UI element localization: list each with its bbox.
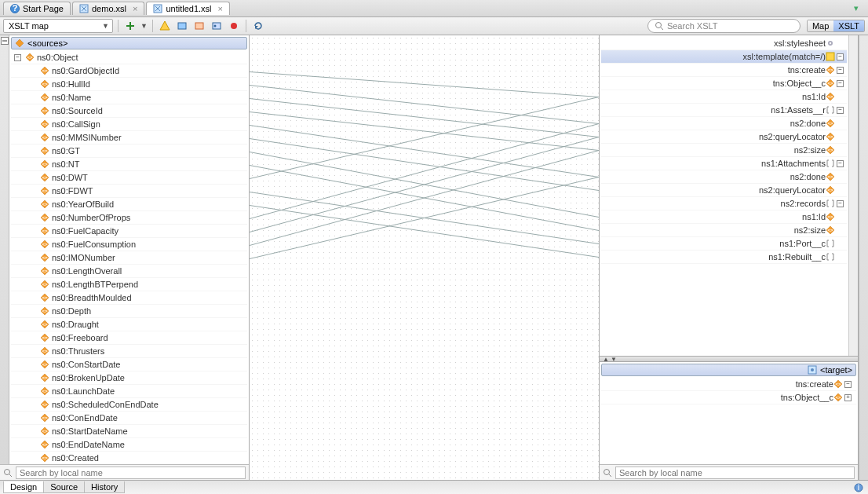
- apply-button[interactable]: [175, 19, 189, 33]
- view-combo[interactable]: XSLT map ▼: [3, 19, 113, 33]
- tree-row[interactable]: −ns2:records: [601, 197, 847, 210]
- tree-row[interactable]: <>ns0:GardObjectId: [11, 64, 247, 78]
- svg-text:<>: <>: [42, 402, 48, 407]
- tree-row[interactable]: <>ns0:Thrusters: [11, 345, 247, 358]
- tree-row[interactable]: <>ns0:YearOfBuild: [11, 198, 247, 211]
- tree-toggle[interactable]: −: [837, 53, 844, 60]
- collapse-icon[interactable]: [1, 37, 9, 45]
- tree-row[interactable]: −xsl:template(match=/): [601, 50, 847, 64]
- editor-tab[interactable]: ?Start Page: [3, 2, 71, 15]
- tree-row[interactable]: −<>tns:Object__c: [601, 77, 847, 90]
- tree-row[interactable]: <>ns0:BreadthMoulded: [11, 291, 247, 305]
- tree-row[interactable]: +<>tns:Object__c: [601, 391, 856, 404]
- tree-row[interactable]: <>ns2:queryLocator: [601, 184, 847, 197]
- toggle-map[interactable]: Map: [808, 20, 833, 31]
- tree-row[interactable]: <>ns0:SourceId: [11, 104, 247, 118]
- tree-row[interactable]: <>ns0:FuelCapacity: [11, 225, 247, 238]
- tree-row[interactable]: −<>tns:create: [601, 378, 856, 391]
- tree-row[interactable]: <>ns0:ScheduledConEndDate: [11, 398, 247, 412]
- tree-row[interactable]: xsl:stylesheet: [601, 37, 847, 50]
- editor-tab[interactable]: untitled1.xsl×: [146, 2, 230, 15]
- tree-toggle[interactable]: −: [837, 200, 844, 207]
- tree-row[interactable]: −ns1:Attachments: [601, 157, 847, 170]
- tree-row[interactable]: <>ns0:Draught: [11, 318, 247, 331]
- info-icon[interactable]: i: [854, 483, 863, 492]
- scrollbar[interactable]: [848, 35, 858, 356]
- tree-row[interactable]: <>ns0:LengthBTPerpend: [11, 278, 247, 291]
- svg-point-91: [830, 42, 831, 44]
- bottom-tab[interactable]: Design: [3, 481, 44, 493]
- tree-row[interactable]: <>ns2:queryLocator: [601, 130, 847, 144]
- tree-row[interactable]: −<>tns:create: [601, 64, 847, 77]
- tree-toggle[interactable]: +: [844, 394, 852, 401]
- mapping-canvas[interactable]: [250, 35, 600, 480]
- tree-row[interactable]: <>ns2:size: [601, 144, 847, 157]
- bottom-tab[interactable]: History: [84, 481, 125, 493]
- tree-toggle[interactable]: −: [14, 54, 21, 61]
- tree-row[interactable]: <>ns0:EndDateName: [11, 438, 247, 452]
- template-tree-body[interactable]: xsl:stylesheet−xsl:template(match=/)−<>t…: [600, 35, 848, 356]
- node-label: ns2:records: [781, 199, 826, 208]
- tree-row[interactable]: <>ns0:ConStartDate: [11, 358, 247, 371]
- tree-row[interactable]: <>ns0:LengthOverall: [11, 265, 247, 278]
- node-label: ns0:BreadthMoulded: [52, 293, 132, 302]
- tree-row[interactable]: <>ns0:Name: [11, 91, 247, 104]
- target-search-input[interactable]: [615, 467, 855, 479]
- tree-row[interactable]: ns1:Rebuilt__c: [601, 251, 847, 264]
- tree-row[interactable]: −<>ns0:Object: [11, 51, 247, 64]
- tree-row[interactable]: <>ns0:NT: [11, 158, 247, 171]
- node-label: ns0:Object: [37, 53, 78, 62]
- tree-toggle[interactable]: −: [837, 107, 844, 114]
- tree-row[interactable]: <>ns0:GT: [11, 145, 247, 158]
- bottom-tab[interactable]: Source: [43, 481, 85, 493]
- tree-row[interactable]: <>ns0:ConEndDate: [11, 412, 247, 425]
- tab-dropdown-icon[interactable]: ▾: [854, 3, 865, 14]
- refresh-button[interactable]: [251, 19, 265, 33]
- search-xslt-field[interactable]: Search XSLT: [647, 19, 801, 33]
- tree-row[interactable]: <>ns0:IMONumber: [11, 251, 247, 265]
- validate-button[interactable]: [158, 19, 172, 33]
- tree-row[interactable]: <>ns0:FDWT: [11, 185, 247, 198]
- node-label: ns0:Depth: [52, 306, 91, 316]
- close-icon[interactable]: ×: [218, 4, 223, 13]
- node-label: ns0:ConStartDate: [52, 360, 120, 369]
- source-tree[interactable]: −<>ns0:Object<>ns0:GardObjectId<>ns0:Hul…: [9, 49, 249, 464]
- mapping-lines: [250, 35, 599, 480]
- tree-row[interactable]: <>ns2:done: [601, 170, 847, 184]
- tree-row[interactable]: <>ns1:Id: [601, 90, 847, 104]
- tree-row[interactable]: <>ns0:FuelConsumption: [11, 238, 247, 251]
- tree-row[interactable]: <>ns2:done: [601, 117, 847, 130]
- toggle-xslt[interactable]: XSLT: [833, 20, 864, 31]
- target-tree-body[interactable]: −<>tns:create+<>tns:Object__c: [600, 376, 858, 464]
- tree-row[interactable]: <>ns0:MMSINumber: [11, 131, 247, 145]
- tree-row[interactable]: <>ns0:DWT: [11, 171, 247, 185]
- editor-tab[interactable]: demo.xsl×: [72, 2, 144, 15]
- tree-row[interactable]: ns1:Port__c: [601, 237, 847, 251]
- breakpoint-button[interactable]: [227, 19, 241, 33]
- tree-toggle[interactable]: −: [837, 67, 844, 74]
- tree-row[interactable]: <>ns0:LaunchDate: [11, 385, 247, 398]
- tree-row[interactable]: <>ns0:BrokenUpDate: [11, 371, 247, 385]
- split-divider[interactable]: ▲ ▼: [600, 356, 858, 362]
- source-search-input[interactable]: [16, 467, 246, 479]
- tree-toggle[interactable]: −: [844, 381, 852, 388]
- tree-row[interactable]: <>ns0:Freeboard: [11, 331, 247, 345]
- tree-toggle[interactable]: −: [837, 80, 844, 87]
- node-label: ns0:Thrusters: [52, 346, 104, 356]
- tree-row[interactable]: <>ns0:CallSign: [11, 118, 247, 131]
- tree-row[interactable]: <>ns2:size: [601, 224, 847, 237]
- tree-row[interactable]: <>ns1:Id: [601, 210, 847, 224]
- tree-row[interactable]: −ns1:Assets__r: [601, 104, 847, 117]
- tree-row[interactable]: <>ns0:Depth: [11, 305, 247, 318]
- tree-row[interactable]: <>ns0:HullId: [11, 78, 247, 91]
- tree-row[interactable]: <>ns0:StartDateName: [11, 425, 247, 438]
- tree-row[interactable]: <>ns0:NumberOfProps: [11, 211, 247, 225]
- add-button[interactable]: [123, 19, 137, 33]
- save-image-button[interactable]: [210, 19, 224, 33]
- svg-text:<>: <>: [42, 175, 48, 180]
- chevron-down-icon[interactable]: ▼: [140, 22, 148, 30]
- tree-row[interactable]: <>ns0:Created: [11, 452, 247, 464]
- close-icon[interactable]: ×: [133, 4, 137, 13]
- transform-button[interactable]: [192, 19, 206, 33]
- tree-toggle[interactable]: −: [837, 160, 844, 167]
